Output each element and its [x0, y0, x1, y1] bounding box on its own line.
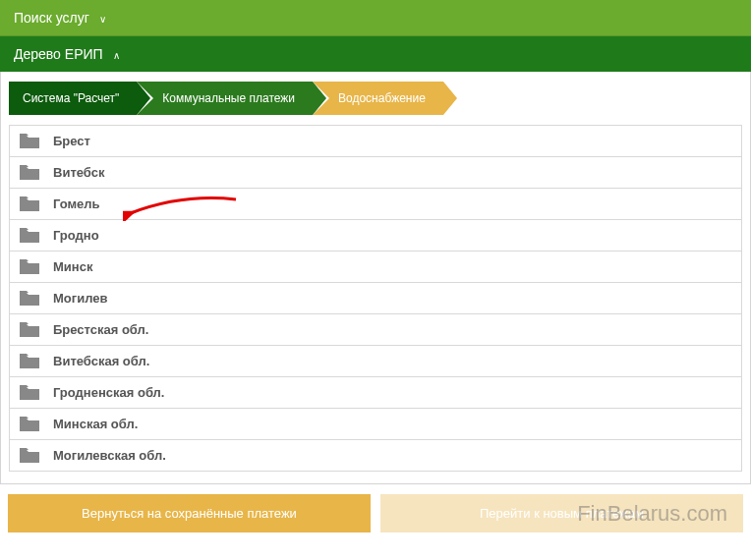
- list-item-label: Минская обл.: [53, 417, 138, 431]
- list-item-label: Гродненская обл.: [53, 385, 164, 400]
- go-to-new-payments-button[interactable]: Перейти к новым платежам: [380, 494, 743, 532]
- folder-icon: [20, 417, 39, 431]
- folder-icon: [20, 134, 39, 148]
- breadcrumb: Система "Расчет" Коммунальные платежи Во…: [9, 82, 742, 115]
- content-area: Система "Расчет" Коммунальные платежи Во…: [0, 72, 751, 484]
- folder-icon: [20, 291, 39, 306]
- breadcrumb-label: Коммунальные платежи: [162, 91, 295, 105]
- folder-list: Брест Витебск Гомель Гродно Минск: [9, 125, 742, 472]
- search-services-label: Поиск услуг: [14, 10, 89, 26]
- list-item[interactable]: Брест: [10, 126, 741, 157]
- folder-icon: [20, 165, 39, 180]
- list-item-label: Брестская обл.: [53, 322, 148, 337]
- breadcrumb-item-utilities[interactable]: Коммунальные платежи: [137, 82, 313, 115]
- folder-icon: [20, 228, 39, 243]
- list-item[interactable]: Брестская обл.: [10, 314, 741, 346]
- breadcrumb-item-system[interactable]: Система "Расчет": [9, 82, 137, 115]
- list-item-label: Могилевская обл.: [53, 448, 166, 463]
- back-to-saved-button[interactable]: Вернуться на сохранённые платежи: [8, 494, 371, 532]
- list-item-label: Витебская обл.: [53, 354, 149, 368]
- erip-tree-panel[interactable]: Дерево ЕРИП ∧: [0, 36, 751, 72]
- list-item-label: Брест: [53, 134, 90, 148]
- breadcrumb-label: Водоснабжение: [338, 91, 426, 105]
- list-item[interactable]: Гродненская обл.: [10, 377, 741, 409]
- folder-icon: [20, 322, 39, 337]
- folder-icon: [20, 354, 39, 368]
- list-item[interactable]: Минская обл.: [10, 409, 741, 440]
- search-services-panel[interactable]: Поиск услуг ∨: [0, 0, 751, 36]
- erip-tree-label: Дерево ЕРИП: [14, 46, 103, 62]
- list-item-label: Могилев: [53, 291, 108, 306]
- list-item[interactable]: Витебск: [10, 157, 741, 189]
- breadcrumb-item-water[interactable]: Водоснабжение: [313, 82, 443, 115]
- chevron-up-icon: ∧: [113, 50, 120, 61]
- list-item[interactable]: Гродно: [10, 220, 741, 252]
- folder-icon: [20, 196, 39, 211]
- button-label: Перейти к новым платежам: [480, 506, 644, 521]
- button-label: Вернуться на сохранённые платежи: [82, 506, 297, 521]
- list-item[interactable]: Минск: [10, 252, 741, 283]
- folder-icon: [20, 259, 39, 274]
- list-item-label: Минск: [53, 259, 92, 274]
- folder-icon: [20, 385, 39, 400]
- list-item-label: Гомель: [53, 196, 100, 211]
- breadcrumb-label: Система "Расчет": [23, 91, 119, 105]
- list-item-label: Витебск: [53, 165, 104, 180]
- list-item[interactable]: Могилевская обл.: [10, 440, 741, 472]
- chevron-down-icon: ∨: [99, 14, 106, 25]
- bottom-bar: Вернуться на сохранённые платежи Перейти…: [0, 484, 751, 532]
- list-item[interactable]: Могилев: [10, 283, 741, 314]
- list-item[interactable]: Витебская обл.: [10, 346, 741, 377]
- folder-icon: [20, 448, 39, 463]
- list-item[interactable]: Гомель: [10, 189, 741, 220]
- list-item-label: Гродно: [53, 228, 99, 243]
